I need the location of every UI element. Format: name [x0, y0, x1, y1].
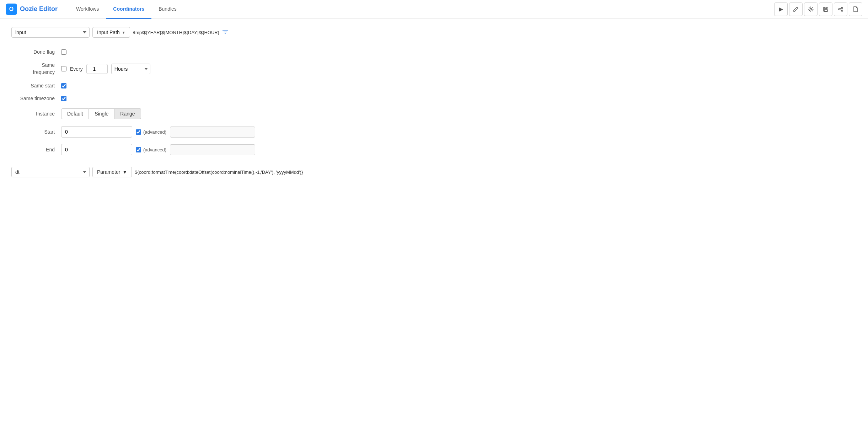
svg-point-4 — [838, 9, 840, 10]
instance-label: Instance — [11, 111, 58, 117]
same-frequency-checkbox[interactable] — [61, 66, 66, 71]
end-advanced-label: (advanced) — [143, 147, 166, 152]
filter-icon[interactable] — [222, 29, 229, 36]
end-advanced-check: (advanced) — [136, 147, 166, 152]
same-timezone-label: Same timezone — [11, 96, 58, 101]
instance-default-button[interactable]: Default — [61, 108, 89, 119]
main-content: input Input Path ▼ /tmp/${YEAR}${MONTH}$… — [0, 18, 868, 186]
done-flag-label: Done flag — [11, 49, 58, 55]
svg-rect-2 — [825, 7, 827, 9]
same-start-label: Same start — [11, 83, 58, 88]
end-advanced-checkbox[interactable] — [136, 147, 141, 152]
svg-line-8 — [840, 10, 841, 10]
done-flag-row: Done flag — [11, 49, 857, 55]
frequency-number-input[interactable] — [86, 64, 108, 74]
svg-point-5 — [841, 7, 843, 9]
path-type-label: Input Path — [97, 29, 120, 35]
app-title: Oozie Editor — [20, 5, 58, 13]
svg-point-6 — [841, 10, 843, 11]
start-advanced-check: (advanced) — [136, 129, 166, 135]
start-advanced-label: (advanced) — [143, 129, 166, 135]
start-advanced-input[interactable]: ${coord:current(-24)} — [170, 127, 255, 138]
header-actions: ▶ — [774, 2, 862, 16]
tab-coordinators[interactable]: Coordinators — [106, 0, 151, 19]
settings-button[interactable] — [804, 2, 818, 16]
param-label: Parameter — [97, 169, 120, 175]
frequency-unit-select[interactable]: Hours Minutes Days Weeks Months — [111, 64, 150, 74]
same-start-row: Same start — [11, 83, 857, 88]
chevron-down-icon: ▼ — [122, 31, 125, 34]
instance-buttons: Default Single Range — [61, 108, 141, 119]
play-button[interactable]: ▶ — [774, 2, 788, 16]
same-frequency-row: Samefrequency Every Hours Minutes Days W… — [11, 62, 857, 76]
parameter-button[interactable]: Parameter ▼ — [92, 167, 132, 177]
param-chevron-icon: ▼ — [122, 169, 127, 175]
path-text: /tmp/${YEAR}${MONTH}${DAY}/${HOUR} — [133, 30, 219, 35]
every-label: Every — [70, 66, 83, 72]
end-label: End — [11, 147, 58, 152]
bottom-row: dt Parameter ▼ ${coord:formatTime(coord:… — [11, 167, 857, 177]
instance-single-button[interactable]: Single — [89, 108, 114, 119]
same-timezone-checkbox[interactable] — [61, 96, 66, 101]
done-flag-checkbox[interactable] — [61, 49, 66, 55]
edit-button[interactable] — [789, 2, 803, 16]
path-type-button[interactable]: Input Path ▼ — [92, 27, 130, 38]
logo-area: O Oozie Editor — [6, 4, 58, 15]
start-label: Start — [11, 129, 58, 135]
bottom-value: ${coord:formatTime(coord:dateOffset(coor… — [135, 170, 303, 175]
end-input[interactable] — [61, 144, 132, 155]
logo-icon: O — [6, 4, 17, 15]
end-advanced-input[interactable]: ${coord:current(-1)} — [170, 144, 255, 155]
path-row: input Input Path ▼ /tmp/${YEAR}${MONTH}$… — [11, 27, 857, 38]
svg-point-0 — [810, 8, 812, 10]
nav-tabs: Workflows Coordinators Bundles — [69, 0, 184, 18]
path-value: /tmp/${YEAR}${MONTH}${DAY}/${HOUR} — [133, 29, 229, 36]
start-row: Start (advanced) ${coord:current(-24)} — [11, 126, 857, 138]
bottom-dropdown[interactable]: dt — [11, 167, 90, 177]
instance-range-button[interactable]: Range — [114, 108, 141, 119]
input-dropdown[interactable]: input — [11, 27, 90, 38]
start-advanced-checkbox[interactable] — [136, 129, 141, 135]
share-button[interactable] — [834, 2, 847, 16]
svg-line-7 — [840, 8, 841, 9]
tab-workflows[interactable]: Workflows — [69, 0, 106, 19]
start-input[interactable] — [61, 126, 132, 138]
instance-row: Instance Default Single Range — [11, 108, 857, 119]
end-row: End (advanced) ${coord:current(-1)} — [11, 144, 857, 155]
svg-rect-3 — [824, 10, 827, 11]
header: O Oozie Editor Workflows Coordinators Bu… — [0, 0, 868, 18]
save-button[interactable] — [819, 2, 832, 16]
same-frequency-label: Samefrequency — [11, 62, 58, 76]
same-start-checkbox[interactable] — [61, 83, 66, 88]
file-button[interactable] — [849, 2, 862, 16]
tab-bundles[interactable]: Bundles — [151, 0, 184, 19]
same-timezone-row: Same timezone — [11, 96, 857, 101]
